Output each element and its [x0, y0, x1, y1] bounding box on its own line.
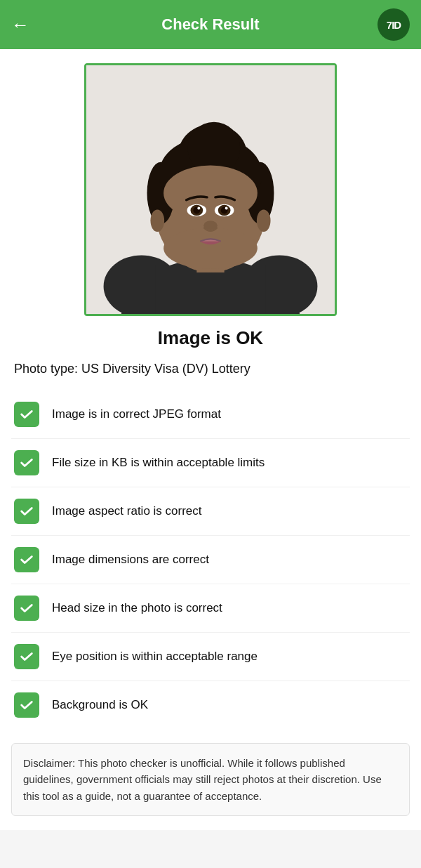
photo-type-label: Photo type: US Diversity Visa (DV) Lotte… [11, 362, 410, 376]
svg-point-24 [257, 210, 271, 232]
page-title: Check Result [161, 15, 259, 34]
check-list: Image is in correct JPEG format File siz… [11, 390, 410, 729]
svg-point-13 [163, 166, 258, 221]
check-item-aspect: Image aspect ratio is correct [11, 487, 410, 536]
header: ← Check Result 7ID [0, 0, 421, 49]
check-item-headsize: Head size in the photo is correct [11, 584, 410, 633]
check-icon-dimensions [14, 547, 39, 572]
svg-point-7 [163, 228, 258, 269]
check-item-jpeg: Image is in correct JPEG format [11, 390, 410, 439]
svg-point-23 [150, 210, 164, 232]
check-label-jpeg: Image is in correct JPEG format [52, 407, 221, 421]
check-label-background: Background is OK [52, 698, 148, 712]
check-icon-jpeg [14, 402, 39, 427]
check-label-aspect: Image aspect ratio is correct [52, 504, 202, 518]
app-logo: 7ID [377, 8, 410, 41]
svg-point-21 [225, 207, 228, 210]
check-label-eyepos: Eye position is within acceptable range [52, 650, 258, 664]
check-label-headsize: Head size in the photo is correct [52, 601, 222, 615]
check-item-dimensions: Image dimensions are correct [11, 536, 410, 584]
check-item-eyepos: Eye position is within acceptable range [11, 633, 410, 681]
photo-frame [84, 63, 337, 316]
svg-rect-4 [155, 265, 265, 314]
back-button[interactable]: ← [11, 15, 29, 34]
check-icon-background [14, 692, 39, 718]
main-content: Image is OK Photo type: US Diversity Vis… [0, 49, 421, 830]
check-icon-eyepos [14, 644, 39, 669]
check-item-background: Background is OK [11, 681, 410, 729]
check-icon-filesize [14, 450, 39, 475]
check-icon-headsize [14, 596, 39, 621]
check-icon-aspect [14, 499, 39, 524]
passport-photo [86, 65, 335, 314]
result-title: Image is OK [11, 327, 410, 349]
disclaimer: Disclaimer: This photo checker is unoffi… [11, 743, 410, 816]
svg-point-17 [197, 207, 200, 210]
check-label-dimensions: Image dimensions are correct [52, 553, 209, 567]
check-item-filesize: File size in KB is within acceptable lim… [11, 439, 410, 487]
check-label-filesize: File size in KB is within acceptable lim… [52, 456, 265, 470]
photo-container [11, 63, 410, 316]
